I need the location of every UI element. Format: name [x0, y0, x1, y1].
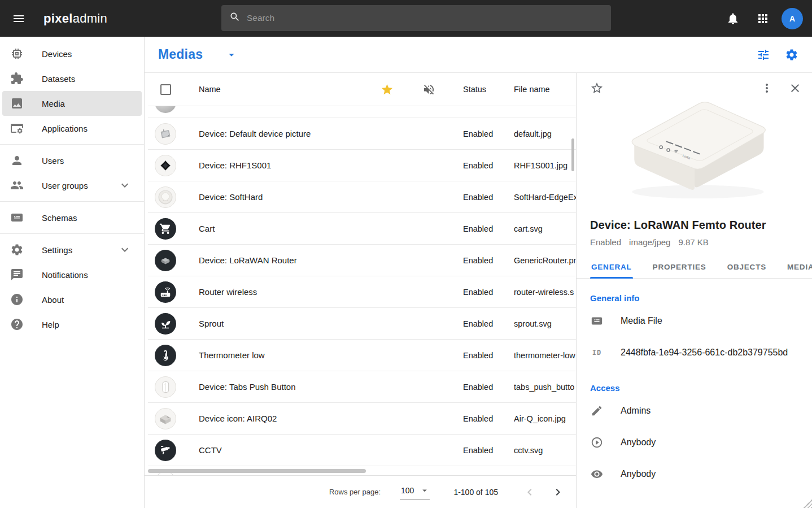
table-row[interactable]: Device: RHF1S001 Enabled RHF1S001.jpg [148, 150, 576, 181]
select-all-checkbox[interactable] [160, 84, 171, 95]
row-status: Enabled [449, 351, 514, 360]
row-status: Enabled [449, 319, 514, 328]
panel-item: Admins [590, 395, 798, 427]
table-row[interactable]: Device: Tabs Push Button Enabled tabs_pu… [148, 371, 576, 403]
table-row[interactable]: Device icon: AIRQ02 Enabled Air-Q_icon.j… [148, 403, 576, 435]
menu-icon[interactable] [7, 7, 30, 30]
eye-icon [590, 467, 604, 481]
sidebar-item-label: Devices [42, 49, 72, 59]
caret-down-icon [420, 485, 430, 496]
sidebar-item-label: Users [42, 156, 64, 166]
schema-card-icon [10, 211, 24, 224]
more-options-dots-icon[interactable] [760, 81, 774, 95]
table-row[interactable] [148, 106, 576, 118]
sidebar-item-user-groups[interactable]: User groups [2, 173, 142, 198]
settings-gear-icon[interactable] [785, 48, 798, 62]
sidebar-item-settings[interactable]: Settings [2, 237, 142, 262]
favorite-star-outline-icon[interactable] [590, 81, 604, 95]
table-row[interactable]: CCTV Enabled cctv.svg [148, 435, 576, 466]
section-heading: General info [590, 293, 798, 303]
chip-icon [10, 47, 24, 60]
row-filename: default.jpg [514, 129, 576, 138]
row-status: Enabled [449, 288, 514, 297]
row-filename: cctv.svg [514, 446, 576, 455]
table-row[interactable]: Device: LoRaWAN Router Enabled GenericRo… [148, 245, 576, 276]
rows-per-page-label: Rows per page: [329, 488, 381, 496]
play-circle-icon [590, 436, 604, 449]
favorite-star-icon[interactable] [381, 83, 394, 96]
row-status: Enabled [449, 193, 514, 202]
table-row[interactable]: Cart Enabled cart.svg [148, 213, 576, 245]
table-row[interactable]: Device: Default device picture Enabled d… [148, 118, 576, 150]
message-icon [10, 268, 24, 281]
vertical-scrollbar[interactable] [571, 138, 574, 171]
table-row[interactable]: Router wireless Enabled router-wireless.… [148, 276, 576, 308]
sidebar-item-label: Schemas [42, 213, 77, 223]
row-name: CCTV [183, 445, 366, 455]
sidebar-item-notifications[interactable]: Notifications [2, 262, 142, 287]
row-name: Device icon: AIRQ02 [183, 414, 366, 423]
table-row[interactable]: Thermometer low Enabled thermometer-low [148, 340, 576, 371]
sidebar-item-about[interactable]: About [2, 287, 142, 312]
file-size: 9.87 KB [678, 237, 708, 247]
sidebar-item-datasets[interactable]: Datasets [2, 66, 142, 91]
sidebar-item-label: Media [42, 99, 65, 108]
tab-objects[interactable]: OBJECTS [726, 257, 767, 278]
row-name: Cart [183, 224, 366, 233]
filter-tune-icon[interactable] [757, 48, 770, 62]
caret-down-icon [225, 49, 238, 61]
sidebar-item-applications[interactable]: Applications [2, 116, 142, 141]
tab-medias[interactable]: MEDIAS [786, 257, 812, 278]
page-title-dropdown[interactable]: Medias [158, 47, 238, 62]
row-status: Enabled [449, 383, 514, 392]
sidebar-item-label: Settings [42, 245, 72, 255]
row-filename: router-wireless.s [514, 288, 576, 297]
close-icon[interactable] [788, 81, 802, 95]
mime-type: image/jpeg [629, 237, 670, 247]
chevron-down-icon [118, 243, 132, 257]
sidebar-item-media[interactable]: Media [2, 91, 142, 116]
notifications-bell-icon[interactable] [722, 7, 744, 30]
volume-off-icon[interactable] [422, 83, 435, 96]
schema-card-icon [590, 314, 604, 328]
apps-grid-icon[interactable] [752, 7, 774, 30]
section-heading: Access [590, 383, 798, 393]
sidebar-item-devices[interactable]: Devices [2, 41, 142, 66]
rows-per-page-select[interactable]: 100 [400, 484, 430, 500]
column-header-file-name: File name [514, 85, 576, 94]
sidebar-nav: Devices Datasets Media Applications User… [0, 37, 145, 508]
sidebar-item-schemas[interactable]: Schemas [2, 205, 142, 230]
sidebar-item-label: Notifications [42, 270, 88, 280]
tab-properties[interactable]: PROPERTIES [652, 257, 708, 278]
row-thumbnail sprout-icon-thumbnail [155, 313, 176, 335]
search-icon [229, 11, 241, 25]
avatar[interactable]: A [782, 8, 803, 29]
search-input[interactable] [247, 13, 603, 23]
row-name: Device: SoftHard [183, 192, 366, 202]
next-page-chevron-icon[interactable] [551, 485, 565, 499]
panel-item: Anybody [590, 458, 798, 490]
search-bar[interactable] [221, 5, 611, 31]
sidebar-item-label: About [42, 295, 64, 305]
sidebar-item-users[interactable]: Users [2, 148, 142, 173]
row-name: Sprout [183, 319, 366, 328]
panel-resize-handle[interactable] [803, 499, 812, 508]
row-name: Thermometer low [183, 350, 366, 360]
sidebar-item-label: Help [42, 320, 59, 329]
chevron-down-icon [118, 179, 132, 192]
puzzle-icon [10, 72, 24, 85]
tab-general[interactable]: GENERAL [590, 257, 633, 278]
info-icon [10, 293, 24, 306]
table-row[interactable]: Sprout Enabled sprout.svg [148, 308, 576, 340]
horizontal-scrollbar[interactable] [148, 469, 366, 473]
table-row[interactable]: Device: SoftHard Enabled SoftHard-EdgeEx [148, 181, 576, 213]
column-header-status: Status [449, 85, 514, 94]
row-status: Enabled [449, 446, 514, 455]
previous-page-chevron-icon[interactable] [523, 485, 536, 499]
sidebar-item-help[interactable]: Help [2, 312, 142, 337]
panel-item: Anybody [590, 427, 798, 458]
media-table: Name Status File name Device: Default de… [145, 73, 576, 508]
row-thumbnail photo-push-button-thumbnail [155, 376, 176, 398]
panel-item-text: Admins [621, 406, 651, 416]
column-header-name: Name [183, 85, 366, 94]
